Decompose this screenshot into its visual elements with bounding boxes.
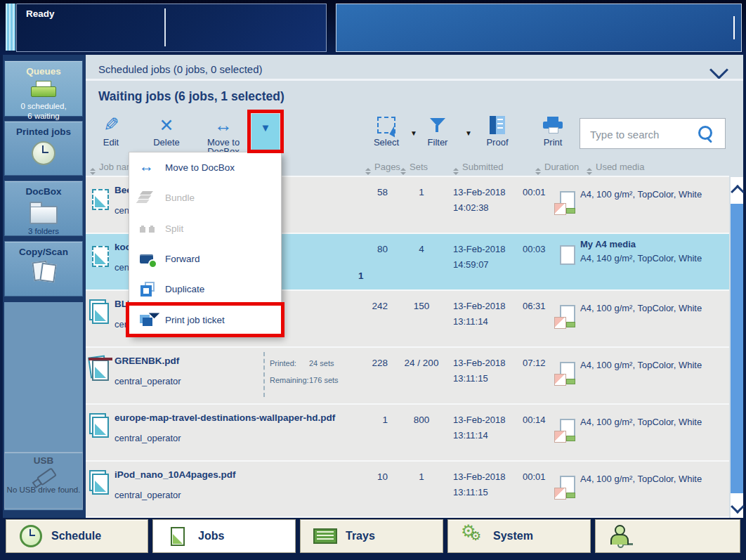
tab-operator-login[interactable] (595, 519, 740, 553)
forward-folder-icon (139, 252, 156, 267)
copy-scan-icon (31, 261, 56, 281)
sidebar-item-printed-jobs[interactable]: Printed jobs (4, 121, 83, 176)
printed-jobs-title: Printed jobs (5, 126, 82, 137)
printer-console-screen: Ready Queues 0 scheduled, 6 waiting Prin… (0, 0, 746, 560)
tab-jobs[interactable]: Jobs (152, 519, 296, 553)
menu-item-forward[interactable]: Forward (129, 244, 281, 274)
job-document-icon (92, 246, 109, 267)
select-caret[interactable]: ▼ (410, 129, 417, 137)
status-accent-stripe (6, 4, 15, 51)
filter-caret[interactable]: ▼ (465, 129, 472, 137)
media-icon (560, 362, 575, 382)
select-marquee-icon (377, 117, 395, 134)
move-arrows-icon (139, 160, 156, 176)
sidebar-item-copy-scan[interactable]: Copy/Scan (4, 241, 83, 297)
queues-count-line2: 6 waiting (5, 111, 82, 121)
job-document-icon (92, 189, 109, 210)
menu-item-bundle: Bundle (129, 183, 281, 213)
status-bar: Ready (0, 0, 746, 55)
filter-funnel-icon (429, 117, 446, 134)
column-header-submitted[interactable]: Submitted (453, 162, 504, 175)
menu-item-split: Split (129, 214, 281, 244)
move-to-docbox-button[interactable]: Move to DocBox (201, 115, 246, 154)
sidebar-item-queues[interactable]: Queues 0 scheduled, 6 waiting (4, 60, 83, 117)
selection-order-badge: 1 (358, 271, 364, 281)
search-box (580, 118, 726, 149)
job-document-icon (92, 303, 109, 324)
bundle-layers-icon (139, 190, 156, 206)
search-input[interactable] (589, 123, 697, 145)
panel-tick (733, 16, 735, 39)
docbox-subtitle: 3 folders (5, 227, 82, 235)
sort-icon (90, 168, 96, 175)
status-text: Ready (26, 8, 55, 19)
column-header-pages[interactable]: Pages (365, 162, 400, 175)
copy-scan-title: Copy/Scan (5, 247, 82, 257)
status-panel-divider (164, 8, 166, 46)
tab-schedule[interactable]: Schedule (6, 519, 148, 553)
scrollbar-thumb[interactable] (731, 204, 743, 493)
menu-item-duplicate[interactable]: Duplicate (129, 274, 281, 304)
sort-icon (400, 168, 406, 175)
column-header-duration[interactable]: Duration (535, 162, 579, 175)
progress-divider (263, 352, 265, 397)
waiting-jobs-header[interactable]: Waiting jobs (6 jobs, 1 selected) (86, 81, 743, 112)
trays-icon (313, 528, 337, 544)
job-row[interactable]: europe-map-travel-destinations-wallpaper… (86, 405, 729, 460)
operator-key-icon (608, 525, 632, 547)
media-icon (560, 419, 575, 438)
sort-icon (535, 168, 541, 175)
media-icon (560, 245, 575, 265)
message-panel (336, 4, 742, 52)
system-gears-icon (461, 526, 485, 547)
docbox-title: DocBox (5, 186, 82, 197)
folder-icon (30, 206, 58, 224)
sort-icon (453, 168, 459, 175)
edit-button[interactable]: Edit (91, 115, 131, 154)
right-frame-edge (743, 55, 746, 560)
media-icon (560, 191, 575, 211)
media-icon (560, 476, 575, 495)
column-header-used-media[interactable]: Used media (587, 162, 644, 175)
search-icon[interactable] (698, 126, 712, 140)
print-button[interactable]: Print (533, 115, 572, 154)
menu-item-move-to-docbox[interactable]: Move to DocBox (129, 152, 281, 183)
delete-x-icon (159, 115, 174, 136)
printer-status-panel: Ready (16, 4, 327, 52)
job-document-icon (92, 417, 109, 438)
sort-icon (587, 168, 592, 175)
column-header-sets[interactable]: Sets (400, 162, 428, 175)
printer-icon (31, 81, 56, 100)
clock-icon (20, 525, 42, 547)
scheduled-jobs-header[interactable]: Scheduled jobs (0 jobs, 0 selected) (86, 60, 743, 79)
scheduled-jobs-title: Scheduled jobs (0 jobs, 0 selected) (98, 63, 262, 75)
left-frame-edge (0, 55, 3, 560)
tab-trays[interactable]: Trays (300, 519, 443, 553)
duplicate-icon (139, 282, 156, 297)
job-row[interactable]: GREENBK.pdf central_operator Printed: 24… (86, 348, 729, 403)
select-button[interactable]: Select (365, 115, 407, 154)
media-icon (560, 305, 575, 325)
edit-pencil-icon (103, 114, 119, 136)
annotation-box-print-job-ticket (126, 302, 284, 337)
delete-button[interactable]: Delete (147, 115, 186, 154)
annotation-box-dropdown-button (247, 110, 284, 153)
job-printing-icon (92, 360, 109, 381)
history-clock-icon (32, 141, 55, 165)
jobs-document-icon (171, 527, 185, 546)
queues-title: Queues (5, 66, 82, 77)
queues-count-line1: 0 scheduled, (5, 101, 82, 111)
proof-button[interactable]: Proof (478, 115, 517, 154)
tab-system[interactable]: System (447, 519, 591, 553)
job-document-icon (92, 474, 109, 495)
sort-icon (365, 168, 371, 175)
split-icon (139, 221, 156, 236)
filter-button[interactable]: Filter (418, 115, 457, 154)
printer-icon (543, 117, 563, 134)
proof-document-icon (490, 116, 505, 134)
move-arrows-icon (214, 115, 233, 136)
sidebar-item-usb[interactable]: USB No USB drive found. (4, 452, 83, 509)
sidebar-item-docbox[interactable]: DocBox 3 folders (4, 181, 83, 236)
job-row[interactable]: iPod_nano_10A4pages.pdf central_operator… (86, 462, 729, 516)
waiting-jobs-title: Waiting jobs (6 jobs, 1 selected) (98, 89, 284, 104)
